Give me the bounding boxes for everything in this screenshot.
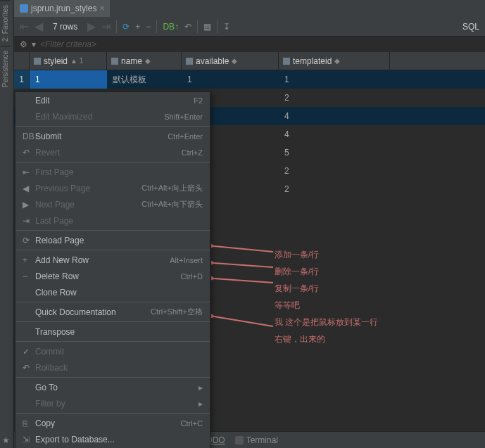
menu-label: Quick Documentation — [35, 307, 151, 317]
gear-icon[interactable]: ⚙ — [20, 39, 27, 49]
menu-label: Delete Row — [35, 271, 181, 281]
menu-shortcut: Ctrl+Alt+向下箭头 — [141, 199, 203, 210]
menu-label: Reload Page — [35, 236, 203, 245]
last-page-icon[interactable]: ⇥ — [101, 20, 111, 33]
prev-page-icon[interactable]: ◀ — [34, 20, 43, 33]
filter-bar: ⚙ ▾ <Filter criteria> — [14, 37, 485, 52]
menu-label: Go To — [35, 383, 199, 392]
col-name[interactable]: name◆ — [107, 52, 182, 70]
menu-label: First Page — [35, 167, 203, 177]
reload-icon[interactable]: ⟳ — [122, 22, 130, 32]
chevron-down-icon[interactable]: ▾ — [32, 39, 36, 49]
menu-shortcut: Ctrl+D — [181, 272, 203, 281]
column-icon — [111, 58, 118, 65]
menu-icon: DB↑ — [23, 132, 35, 141]
menu-item-delete-row[interactable]: −Delete RowCtrl+D — [15, 268, 210, 284]
cell[interactable]: 2 — [279, 180, 390, 198]
editor-tab[interactable]: jsprun.jrun_styles × — [14, 0, 110, 17]
menu-item-commit: ✓Commit — [15, 343, 210, 359]
menu-item-quick-documentation[interactable]: Quick DocumentationCtrl+Shift+空格 — [15, 304, 210, 320]
cell[interactable]: 1 — [182, 70, 279, 89]
menu-icon: ⇤ — [23, 167, 35, 177]
menu-icon: ↶ — [23, 148, 35, 158]
menu-item-first-page: ⇤First Page — [15, 164, 210, 180]
next-page-icon[interactable]: ▶ — [87, 20, 96, 33]
annotation-line: 我 这个是把鼠标放到某一行 — [275, 314, 378, 331]
menu-icon: ◀ — [23, 184, 35, 193]
menu-icon: − — [23, 271, 35, 281]
cell[interactable]: 4 — [279, 125, 390, 143]
menu-item-export-to-database-[interactable]: ⇲Export to Database... — [15, 431, 210, 447]
dump-icon[interactable]: ↧ — [223, 22, 230, 32]
cell[interactable]: 5 — [279, 143, 390, 162]
menu-shortcut: F2 — [194, 96, 203, 105]
tab-bar: jsprun.jrun_styles × — [14, 0, 485, 17]
menu-label: Export to Database... — [35, 435, 203, 444]
svg-line-0 — [214, 246, 273, 252]
cell[interactable]: 4 — [279, 107, 390, 125]
column-icon — [283, 58, 290, 65]
menu-label: Edit Maximized — [35, 112, 164, 122]
menu-shortcut: Ctrl+Alt+向上箭头 — [141, 183, 203, 193]
menu-item-reload-page[interactable]: ⟳Reload Page — [15, 232, 210, 248]
menu-separator — [15, 162, 210, 162]
submit-icon[interactable]: DB↑ — [163, 22, 179, 32]
close-icon[interactable]: × — [99, 4, 104, 13]
menu-label: Edit — [35, 96, 194, 105]
delete-row-icon[interactable]: − — [146, 22, 151, 32]
revert-icon[interactable]: ↶ — [184, 22, 191, 32]
col-templateid[interactable]: templateid◆ — [279, 52, 390, 70]
menu-item-add-new-row[interactable]: +Add New RowAlt+Insert — [15, 252, 210, 268]
menu-label: Revert — [35, 148, 182, 158]
menu-label: Submit — [35, 132, 168, 141]
annotations: 添加一条/行 删除一条/行 复制一条/行 等等吧 我 这个是把鼠标放到某一行 右… — [275, 246, 378, 347]
menu-label: Clone Row — [35, 288, 203, 297]
sidebar-left: 2: Favorites Persistence ★ — [0, 0, 14, 448]
table-icon — [20, 4, 28, 13]
cell[interactable]: 2 — [279, 89, 390, 107]
sql-label[interactable]: SQL — [462, 22, 479, 32]
menu-item-copy[interactable]: ⎘CopyCtrl+C — [15, 415, 210, 431]
rownum-header[interactable] — [14, 52, 30, 70]
view-icon[interactable]: ▦ — [203, 22, 211, 32]
add-row-icon[interactable]: + — [135, 22, 140, 32]
column-icon — [186, 58, 193, 65]
menu-separator — [15, 413, 210, 414]
annotation-line: 删除一条/行 — [275, 263, 378, 280]
col-styleid[interactable]: styleid▲ 1 — [30, 52, 107, 70]
menu-label: Transpose — [35, 327, 203, 337]
table-row[interactable]: 11默认模板11 — [14, 70, 485, 89]
menu-item-edit[interactable]: EditF2 — [15, 92, 210, 108]
svg-line-3 — [214, 316, 273, 326]
menu-item-clone-row[interactable]: Clone Row — [15, 284, 210, 300]
cell[interactable]: 1 — [30, 70, 107, 89]
menu-icon: ↶ — [23, 363, 35, 373]
menu-separator — [15, 377, 210, 378]
menu-label: Next Page — [35, 200, 141, 210]
cell[interactable]: 默认模板 — [107, 70, 182, 89]
menu-label: Commit — [35, 347, 203, 357]
svg-line-2 — [214, 279, 273, 283]
menu-shortcut: Ctrl+C — [181, 419, 203, 428]
annotation-line: 等等吧 — [275, 297, 378, 314]
status-terminal[interactable]: Terminal — [235, 435, 278, 445]
cell[interactable]: 2 — [279, 162, 390, 180]
menu-shortcut: Ctrl+Enter — [168, 132, 203, 141]
menu-item-submit[interactable]: DB↑SubmitCtrl+Enter — [15, 128, 210, 144]
col-available[interactable]: available◆ — [182, 52, 279, 70]
menu-label: Filter by — [35, 399, 199, 409]
first-page-icon[interactable]: ⇤ — [20, 20, 29, 33]
menu-shortcut: Alt+Insert — [170, 256, 203, 264]
filter-input[interactable]: <Filter criteria> — [40, 39, 96, 49]
chevron-right-icon: ▸ — [199, 383, 203, 392]
arrow-annotation — [211, 276, 275, 286]
sidebar-tab-persistence[interactable]: Persistence — [0, 46, 11, 91]
menu-label: Copy — [35, 418, 181, 428]
rows-count: 7 rows — [49, 22, 82, 32]
menu-separator — [15, 341, 210, 342]
menu-item-transpose[interactable]: Transpose — [15, 324, 210, 340]
menu-item-go-to[interactable]: Go To▸ — [15, 379, 210, 395]
cell[interactable]: 1 — [279, 70, 390, 89]
menu-icon: ⇥ — [23, 216, 35, 226]
sidebar-tab-favorites[interactable]: 2: Favorites — [0, 0, 11, 46]
